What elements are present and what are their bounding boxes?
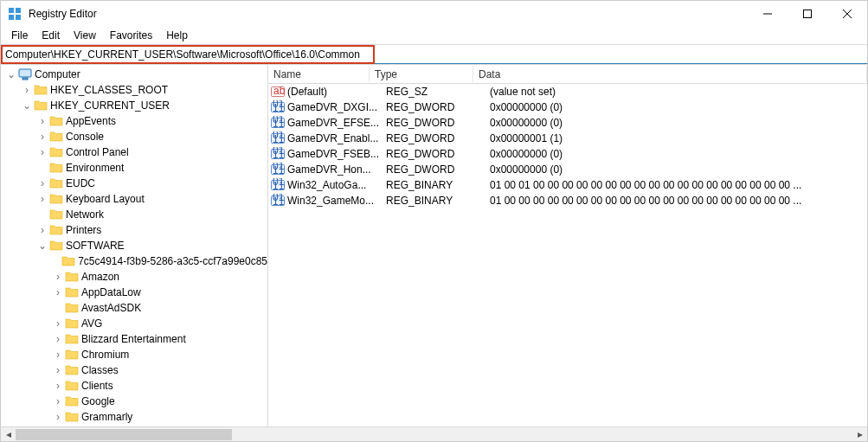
tree-item[interactable]: ⌄HKEY_CURRENT_USER	[1, 98, 267, 113]
value-type: REG_DWORD	[386, 132, 490, 144]
menu-file[interactable]: File	[4, 28, 35, 43]
value-row[interactable]: (Default)REG_SZ(value not set)	[268, 84, 867, 99]
chevron-right-icon[interactable]: ›	[35, 177, 49, 189]
value-type: REG_DWORD	[386, 101, 490, 113]
tree-item[interactable]: ›AppDataLow	[1, 285, 267, 300]
folder-icon	[49, 223, 63, 237]
chevron-right-icon[interactable]: ›	[51, 317, 65, 330]
chevron-right-icon[interactable]: ›	[51, 349, 65, 361]
chevron-right-icon[interactable]: ›	[51, 380, 65, 392]
tree-item[interactable]: ›AVG	[1, 316, 267, 331]
scroll-track[interactable]	[16, 427, 852, 442]
horizontal-scrollbar[interactable]: ◂ ▸	[1, 426, 867, 441]
scroll-right-button[interactable]: ▸	[852, 427, 867, 442]
scroll-thumb[interactable]	[16, 429, 232, 440]
value-row[interactable]: GameDVR_Hon...REG_DWORD0x00000000 (0)	[268, 162, 867, 177]
chevron-right-icon[interactable]: ›	[35, 131, 49, 143]
chevron-down-icon[interactable]: ⌄	[35, 240, 49, 252]
chevron-down-icon[interactable]: ⌄	[20, 99, 34, 112]
chevron-right-icon[interactable]: ›	[35, 224, 49, 236]
folder-icon	[49, 114, 63, 128]
chevron-down-icon[interactable]: ⌄	[4, 68, 18, 80]
tree-item[interactable]: ›Amazon	[1, 269, 267, 285]
value-list[interactable]: (Default)REG_SZ(value not set)GameDVR_DX…	[268, 84, 867, 426]
registry-tree: ⌄Computer›HKEY_CLASSES_ROOT⌄HKEY_CURRENT…	[1, 65, 267, 426]
tree-item[interactable]: ›Clients	[1, 378, 267, 394]
folder-icon	[49, 192, 63, 206]
window-title: Registry Editor	[29, 8, 748, 20]
value-data: 0x00000000 (0)	[490, 148, 867, 160]
value-name: GameDVR_Hon...	[287, 163, 386, 176]
menu-view[interactable]: View	[67, 28, 103, 43]
tree-item[interactable]: ›HKEY_CLASSES_ROOT	[1, 82, 267, 98]
value-row[interactable]: GameDVR_Enabl...REG_DWORD0x00000001 (1)	[268, 131, 867, 146]
svg-rect-1	[16, 8, 21, 13]
folder-icon	[61, 254, 75, 268]
tree-item-label: Printers	[66, 224, 101, 236]
value-type: REG_BINARY	[386, 195, 490, 207]
value-row[interactable]: GameDVR_DXGI...REG_DWORD0x00000000 (0)	[268, 99, 867, 115]
chevron-right-icon[interactable]: ›	[51, 364, 65, 376]
menu-edit[interactable]: Edit	[35, 28, 67, 43]
tree-pane[interactable]: ⌄Computer›HKEY_CLASSES_ROOT⌄HKEY_CURRENT…	[1, 65, 268, 426]
tree-item[interactable]: ›Blizzard Entertainment	[1, 331, 267, 347]
chevron-right-icon[interactable]: ›	[35, 146, 49, 158]
value-row[interactable]: GameDVR_FSEB...REG_DWORD0x00000000 (0)	[268, 146, 867, 162]
menu-help[interactable]: Help	[159, 28, 195, 43]
chevron-right-icon[interactable]: ›	[51, 271, 65, 283]
value-name: GameDVR_FSEB...	[287, 148, 386, 160]
tree-item[interactable]: ›Grammarly	[1, 409, 267, 425]
value-type: REG_BINARY	[386, 179, 490, 191]
value-row[interactable]: Win32_AutoGa...REG_BINARY01 00 01 00 00 …	[268, 177, 867, 193]
tree-item[interactable]: ›Chromium	[1, 347, 267, 362]
chevron-right-icon[interactable]: ›	[51, 395, 65, 407]
address-highlight	[1, 45, 375, 64]
chevron-right-icon[interactable]: ›	[51, 286, 65, 298]
tree-item[interactable]: ·7c5c4914-f3b9-5286-a3c5-ccf7a99e0c85	[1, 253, 267, 269]
tree-item-label: EUDC	[66, 177, 95, 189]
column-name[interactable]: Name	[268, 67, 370, 82]
column-data[interactable]: Data	[473, 67, 867, 82]
value-data: 0x00000000 (0)	[490, 163, 867, 176]
tree-item[interactable]: ·AvastAdSDK	[1, 300, 267, 316]
tree-item-label: Amazon	[81, 271, 119, 283]
tree-item-label: Computer	[35, 68, 80, 80]
chevron-right-icon[interactable]: ›	[20, 84, 34, 96]
tree-item-label: Keyboard Layout	[66, 193, 145, 205]
tree-item[interactable]: ·Network	[1, 207, 267, 222]
tree-item[interactable]: ›Printers	[1, 222, 267, 238]
value-type: REG_SZ	[386, 86, 490, 98]
value-row[interactable]: GameDVR_EFSE...REG_DWORD0x00000000 (0)	[268, 115, 867, 131]
tree-item[interactable]: ›Keyboard Layout	[1, 191, 267, 207]
menu-favorites[interactable]: Favorites	[103, 28, 159, 43]
maximize-button[interactable]	[788, 1, 827, 27]
twisty-blank: ·	[51, 302, 65, 314]
folder-icon	[65, 270, 79, 284]
chevron-right-icon[interactable]: ›	[51, 411, 65, 423]
tree-item[interactable]: ›Console	[1, 129, 267, 144]
minimize-button[interactable]	[748, 1, 788, 27]
binary-value-icon	[271, 100, 285, 114]
tree-item[interactable]: ›EUDC	[1, 176, 267, 191]
chevron-right-icon[interactable]: ›	[35, 193, 49, 205]
tree-item[interactable]: ›Control Panel	[1, 144, 267, 160]
close-button[interactable]	[827, 1, 867, 27]
binary-value-icon	[271, 147, 285, 161]
value-row[interactable]: Win32_GameMo...REG_BINARY01 00 00 00 00 …	[268, 193, 867, 208]
column-type[interactable]: Type	[370, 67, 473, 82]
tree-item[interactable]: ·Environment	[1, 160, 267, 176]
address-row	[1, 44, 867, 64]
scroll-left-button[interactable]: ◂	[1, 427, 16, 442]
tree-item[interactable]: ⌄SOFTWARE	[1, 238, 267, 253]
tree-item[interactable]: ›AppEvents	[1, 113, 267, 129]
tree-item-label: AppEvents	[66, 115, 116, 127]
chevron-right-icon[interactable]: ›	[35, 115, 49, 127]
chevron-right-icon[interactable]: ›	[51, 333, 65, 345]
address-input[interactable]	[3, 47, 373, 62]
folder-icon	[49, 161, 63, 175]
tree-item[interactable]: ›Classes	[1, 362, 267, 378]
list-pane: Name Type Data (Default)REG_SZ(value not…	[268, 65, 867, 426]
tree-item[interactable]: ›Google	[1, 394, 267, 409]
value-type: REG_DWORD	[386, 163, 490, 176]
tree-item[interactable]: ⌄Computer	[1, 67, 267, 82]
